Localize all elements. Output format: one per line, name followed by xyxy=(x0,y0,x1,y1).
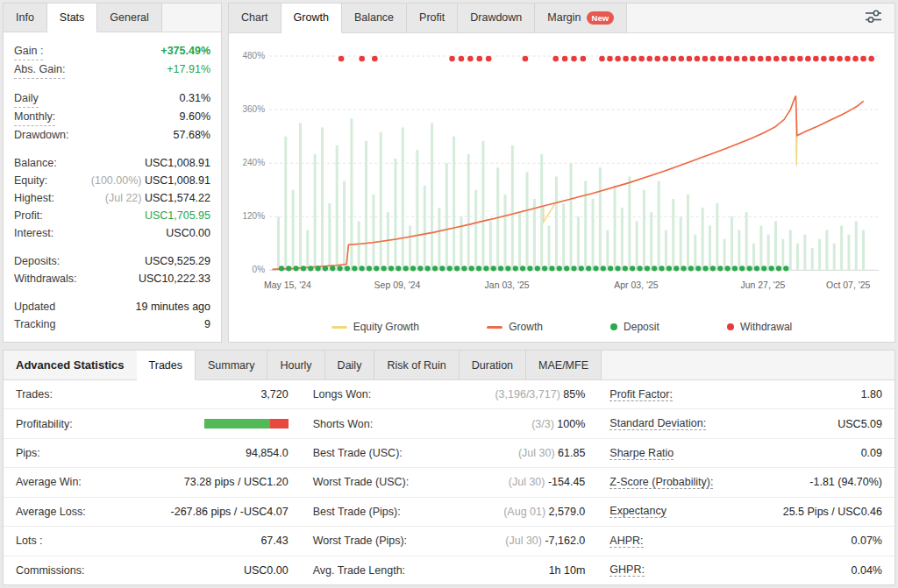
tab-hourly[interactable]: Hourly xyxy=(267,351,324,379)
trades-count-label: Trades: xyxy=(16,388,53,400)
tab-info[interactable]: Info xyxy=(4,4,47,32)
meta-group: Updated 19 minutes ago Tracking 9 xyxy=(14,298,210,333)
legend-growth-label: Growth xyxy=(509,321,543,333)
chart-panel: Chart Growth Balance Profit Drawdown Mar… xyxy=(228,3,895,343)
best-trade-usc-cell: Best Trade (USC): (Jul 30) 61.85 xyxy=(301,439,598,467)
tab-chart[interactable]: Chart xyxy=(229,4,282,32)
lots-value: 67.43 xyxy=(260,535,288,547)
tab-duration[interactable]: Duration xyxy=(460,351,526,379)
tab-mae-mfe[interactable]: MAE/MFE xyxy=(526,351,602,379)
tab-summary[interactable]: Summary xyxy=(196,351,267,379)
balance-group: Balance: USC1,008.91 Equity: (100.00%) U… xyxy=(14,154,210,242)
dashboard-page: Info Stats General Gain : +375.49% Abs. … xyxy=(0,0,898,588)
trades-stats-table: Trades: 3,720 Longs Won: (3,196/3,717) 8… xyxy=(4,380,894,584)
monthly-label[interactable]: Monthly: xyxy=(14,108,55,126)
stats-row-6: Lots : 67.43 Worst Trade (Pips): (Jul 30… xyxy=(4,527,894,556)
legend-equity-growth-label: Equity Growth xyxy=(353,321,419,333)
z-score-value: -1.81 (94.70%) xyxy=(809,476,882,488)
drawdown-label: Drawdown: xyxy=(14,126,69,144)
pips-value: 94,854.0 xyxy=(246,447,289,459)
legend-deposit-label: Deposit xyxy=(624,321,659,333)
updated-value: 19 minutes ago xyxy=(136,298,210,315)
equity-label: Equity: xyxy=(14,172,47,189)
tab-stats[interactable]: Stats xyxy=(47,4,98,32)
z-score-label[interactable]: Z-Score (Probability): xyxy=(609,476,713,489)
standard-deviation-label[interactable]: Standard Deviation: xyxy=(609,417,706,430)
deposits-value: USC9,525.29 xyxy=(145,252,210,270)
tab-general[interactable]: General xyxy=(97,4,161,32)
growth-line-swatch xyxy=(487,326,502,329)
svg-text:240%: 240% xyxy=(242,158,265,167)
tab-daily[interactable]: Daily xyxy=(325,351,375,379)
profit-factor-label[interactable]: Profit Factor: xyxy=(609,388,673,401)
abs-gain-label[interactable]: Abs. Gain: xyxy=(14,60,65,79)
best-trade-pips-value: (Aug 01) 2,579.0 xyxy=(503,506,585,518)
stat-row-monthly: Monthly: 9.60% xyxy=(14,108,210,126)
tab-risk-of-ruin[interactable]: Risk of Ruin xyxy=(374,351,459,379)
advanced-statistics-title: Advanced Statistics xyxy=(4,351,137,379)
ghpr-cell: GHPR: 0.04% xyxy=(597,556,894,584)
chart-settings-button[interactable] xyxy=(852,4,894,32)
stats-row-4: Average Win: 73.28 pips / USC1.20 Worst … xyxy=(4,468,894,497)
profitability-bar-win xyxy=(204,419,270,429)
equity-value: (100.00%) USC1,008.91 xyxy=(91,172,210,189)
ghpr-value: 0.04% xyxy=(852,564,882,577)
tab-margin[interactable]: Margin New xyxy=(535,4,627,32)
standard-deviation-cell: Standard Deviation: USC5.09 xyxy=(597,409,894,437)
tab-profit-label: Profit xyxy=(419,11,445,24)
standard-deviation-value: USC5.09 xyxy=(837,418,882,430)
average-win-label: Average Win: xyxy=(16,476,82,488)
pips-label: Pips: xyxy=(16,447,40,459)
legend-equity-growth[interactable]: Equity Growth xyxy=(331,321,419,333)
commissions-cell: Commissions: USC0.00 xyxy=(4,556,301,584)
svg-text:360%: 360% xyxy=(242,104,265,114)
legend-growth[interactable]: Growth xyxy=(487,321,543,333)
account-tabbar: Info Stats General xyxy=(4,4,221,32)
tab-profit[interactable]: Profit xyxy=(407,4,458,32)
tab-summary-label: Summary xyxy=(208,359,254,372)
daily-label[interactable]: Daily xyxy=(14,89,39,108)
worst-trade-usc-value: (Jul 30) -154.45 xyxy=(509,476,586,488)
statistics-tabbar: Advanced Statistics Trades Summary Hourl… xyxy=(4,351,894,380)
sharpe-ratio-label[interactable]: Sharpe Ratio xyxy=(609,447,674,460)
ahpr-label[interactable]: AHPR: xyxy=(609,535,643,548)
tab-drawdown[interactable]: Drawdown xyxy=(458,4,535,32)
top-row: Info Stats General Gain : +375.49% Abs. … xyxy=(3,3,895,343)
stats-row-7: Commissions: USC0.00 Avg. Trade Length: … xyxy=(4,556,894,584)
gain-label[interactable]: Gain : xyxy=(14,42,43,60)
svg-text:Oct 07, '25: Oct 07, '25 xyxy=(826,280,871,290)
highest-date: (Jul 22) xyxy=(105,192,145,204)
sharpe-ratio-value: 0.09 xyxy=(861,447,882,459)
legend-withdrawal-label: Withdrawal xyxy=(740,321,792,333)
tracking-value: 9 xyxy=(204,315,210,333)
chart-legend: Equity Growth Growth Deposit Withdrawal xyxy=(264,315,860,342)
tab-duration-label: Duration xyxy=(472,359,513,372)
sharpe-ratio-cell: Sharpe Ratio 0.09 xyxy=(597,439,894,467)
interest-value: USC0.00 xyxy=(166,224,210,242)
stat-row-equity: Equity: (100.00%) USC1,008.91 xyxy=(14,172,210,189)
legend-withdrawal[interactable]: Withdrawal xyxy=(727,321,792,333)
ahpr-value: 0.07% xyxy=(852,535,882,547)
best-trade-usc-value: (Jul 30) 61.85 xyxy=(518,447,585,459)
svg-text:Jun 27, '25: Jun 27, '25 xyxy=(740,280,785,290)
tab-trades-label: Trades xyxy=(149,359,182,372)
growth-chart: 0%120%240%360%480%May 15, '24Sep 09, '24… xyxy=(229,33,894,315)
z-score-cell: Z-Score (Probability): -1.81 (94.70%) xyxy=(597,468,894,496)
tab-general-label: General xyxy=(110,11,148,24)
tab-trades[interactable]: Trades xyxy=(137,351,196,380)
chart-tabbar: Chart Growth Balance Profit Drawdown Mar… xyxy=(229,4,894,33)
tab-growth[interactable]: Growth xyxy=(282,4,342,33)
profit-label: Profit: xyxy=(14,207,43,224)
tab-balance[interactable]: Balance xyxy=(342,4,407,32)
stat-row-daily: Daily 0.31% xyxy=(14,89,210,108)
stat-row-updated: Updated 19 minutes ago xyxy=(14,298,210,315)
expectancy-label[interactable]: Expectancy xyxy=(609,505,666,518)
avg-trade-length-value: 1h 10m xyxy=(549,564,586,577)
abs-gain-value: +17.91% xyxy=(167,60,210,78)
svg-text:Sep 09, '24: Sep 09, '24 xyxy=(374,280,421,290)
balance-label: Balance: xyxy=(14,154,57,172)
ghpr-label[interactable]: GHPR: xyxy=(609,563,645,577)
tab-info-label: Info xyxy=(16,11,34,24)
legend-deposit[interactable]: Deposit xyxy=(610,321,659,333)
tracking-label: Tracking xyxy=(14,315,55,333)
